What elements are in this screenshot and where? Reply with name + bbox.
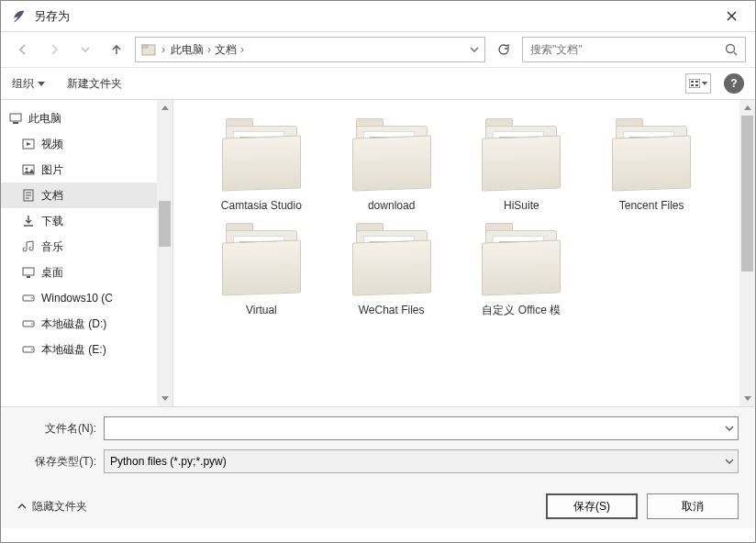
search-input[interactable] bbox=[530, 43, 719, 56]
search-icon bbox=[725, 43, 738, 56]
folder-item[interactable]: Camtasia Studio bbox=[201, 118, 322, 214]
recent-dropdown[interactable] bbox=[72, 37, 98, 62]
tree-item-video[interactable]: 视频 bbox=[1, 131, 157, 157]
tree-item-desktop[interactable]: 桌面 bbox=[1, 260, 157, 285]
type-combobox[interactable]: Python files (*.py;*.pyw) bbox=[104, 449, 739, 473]
help-button[interactable]: ? bbox=[724, 73, 744, 94]
organize-menu[interactable]: 组织 bbox=[12, 76, 45, 92]
tree-item-music[interactable]: 音乐 bbox=[1, 234, 157, 260]
svg-rect-6 bbox=[691, 84, 694, 86]
type-dropdown[interactable] bbox=[725, 459, 734, 464]
folder-label: Tencent Files bbox=[619, 199, 684, 214]
cancel-button[interactable]: 取消 bbox=[647, 493, 739, 519]
scroll-down-icon[interactable] bbox=[739, 391, 755, 406]
hide-folders-toggle[interactable]: 隐藏文件夹 bbox=[17, 499, 87, 515]
tree-scrollbar[interactable] bbox=[157, 100, 172, 406]
tree-item-disk[interactable]: 本地磁盘 (D:) bbox=[1, 311, 157, 337]
arrow-right-icon bbox=[47, 42, 61, 57]
svg-point-18 bbox=[31, 323, 33, 325]
breadcrumb-item[interactable]: 此电脑 bbox=[171, 42, 204, 58]
tree-item-pc[interactable]: 此电脑 bbox=[1, 105, 157, 131]
tree-item-label: 此电脑 bbox=[28, 111, 61, 127]
up-button[interactable] bbox=[104, 37, 129, 62]
folder-item[interactable]: 自定义 Office 模 bbox=[461, 223, 583, 318]
tree-item-picture[interactable]: 图片 bbox=[1, 157, 157, 183]
refresh-button[interactable] bbox=[491, 37, 517, 62]
chevron-up-icon bbox=[17, 504, 27, 509]
address-bar[interactable]: › 此电脑 › 文档 › bbox=[135, 37, 485, 62]
help-icon: ? bbox=[730, 77, 737, 90]
chevron-right-icon: › bbox=[161, 43, 165, 56]
document-icon bbox=[21, 188, 36, 203]
scroll-down-icon[interactable] bbox=[157, 391, 172, 406]
search-box[interactable] bbox=[522, 37, 746, 62]
folder-item[interactable]: HiSuite bbox=[461, 118, 583, 214]
tree-item-disk[interactable]: 本地磁盘 (E:) bbox=[1, 337, 157, 362]
disk-icon bbox=[21, 342, 36, 357]
view-menu[interactable] bbox=[685, 73, 711, 94]
folder-item[interactable]: Tencent Files bbox=[591, 118, 712, 214]
folder-label: Camtasia Studio bbox=[221, 199, 302, 214]
close-icon bbox=[727, 11, 737, 21]
folder-label: WeChat Files bbox=[359, 304, 425, 318]
toolbar: 组织 新建文件夹 ? bbox=[1, 67, 755, 100]
filename-input[interactable] bbox=[110, 422, 732, 435]
scroll-up-icon[interactable] bbox=[739, 100, 755, 116]
forward-button[interactable] bbox=[41, 37, 67, 62]
folder-icon bbox=[220, 118, 303, 194]
footer: 隐藏文件夹 保存(S) 取消 bbox=[1, 490, 755, 528]
tree-item-label: 图片 bbox=[41, 162, 63, 178]
svg-rect-3 bbox=[689, 79, 700, 88]
tree-item-document[interactable]: 文档 bbox=[1, 183, 157, 208]
tree-item-label: 音乐 bbox=[41, 239, 63, 255]
svg-rect-1 bbox=[142, 45, 148, 48]
tree-item-label: 文档 bbox=[41, 188, 63, 204]
tree-item-label: 视频 bbox=[41, 137, 63, 152]
music-icon bbox=[21, 239, 36, 254]
svg-point-2 bbox=[727, 45, 735, 53]
folder-icon bbox=[350, 223, 433, 298]
navigation-row: › 此电脑 › 文档 › bbox=[1, 32, 755, 67]
svg-rect-14 bbox=[23, 268, 34, 275]
hide-folders-label: 隐藏文件夹 bbox=[32, 499, 87, 515]
folder-label: Virtual bbox=[246, 304, 277, 318]
tree-item-disk[interactable]: Windows10 (C bbox=[1, 285, 157, 311]
scroll-thumb[interactable] bbox=[159, 201, 171, 247]
folder-item[interactable]: Virtual bbox=[201, 223, 322, 318]
form-area: 文件名(N): 保存类型(T): Python files (*.py;*.py… bbox=[1, 406, 755, 490]
chevron-down-icon bbox=[470, 47, 479, 52]
close-button[interactable] bbox=[717, 6, 746, 28]
organize-label: 组织 bbox=[12, 76, 34, 92]
tree-item-download[interactable]: 下载 bbox=[1, 208, 157, 234]
type-label: 保存类型(T): bbox=[17, 454, 96, 470]
caret-down-icon bbox=[38, 82, 45, 86]
file-view: Camtasia StudiodownloadHiSuiteTencent Fi… bbox=[173, 100, 755, 406]
chevron-down-icon bbox=[81, 47, 90, 52]
folder-icon bbox=[350, 118, 433, 194]
new-folder-button[interactable]: 新建文件夹 bbox=[67, 76, 122, 92]
folder-icon bbox=[610, 118, 693, 194]
folder-item[interactable]: download bbox=[331, 118, 452, 214]
chevron-right-icon: › bbox=[240, 43, 244, 56]
breadcrumb-item[interactable]: 文档 bbox=[215, 42, 237, 58]
back-button[interactable] bbox=[10, 37, 36, 62]
svg-point-12 bbox=[26, 168, 28, 171]
folder-small-icon bbox=[141, 42, 156, 57]
folder-item[interactable]: WeChat Files bbox=[331, 223, 452, 318]
filename-dropdown[interactable] bbox=[725, 426, 734, 431]
folder-icon bbox=[480, 118, 562, 194]
scroll-up-icon[interactable] bbox=[157, 100, 172, 116]
folder-icon bbox=[220, 223, 303, 298]
address-dropdown[interactable] bbox=[470, 47, 479, 52]
new-folder-label: 新建文件夹 bbox=[67, 76, 122, 92]
chevron-down-icon bbox=[725, 426, 734, 431]
filename-combobox[interactable] bbox=[104, 416, 739, 440]
tree-item-label: 本地磁盘 (D:) bbox=[41, 316, 106, 332]
titlebar: 另存为 bbox=[1, 1, 755, 32]
pc-icon bbox=[8, 111, 23, 126]
save-button[interactable]: 保存(S) bbox=[546, 493, 638, 519]
app-icon bbox=[10, 8, 27, 25]
files-scrollbar[interactable] bbox=[739, 100, 755, 406]
scroll-thumb[interactable] bbox=[741, 116, 753, 272]
refresh-icon bbox=[497, 43, 510, 56]
